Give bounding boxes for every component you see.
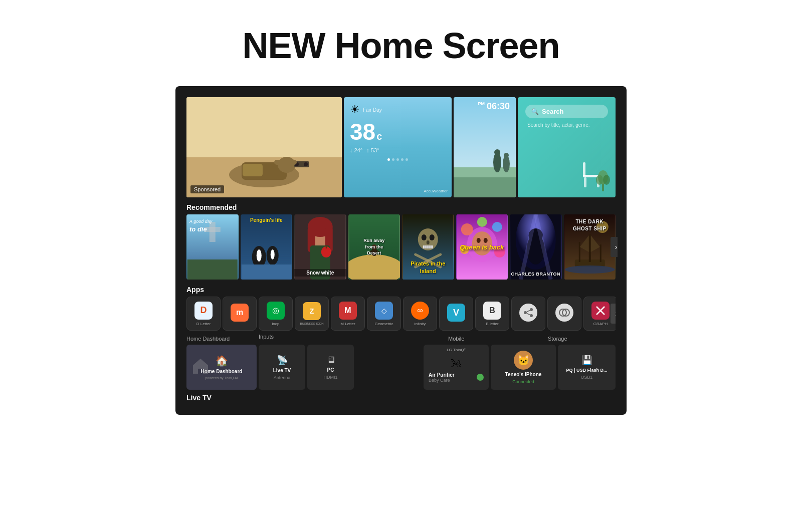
rec-item-good-day[interactable]: A good dayto die [186, 214, 239, 280]
svg-point-70 [477, 217, 487, 227]
svg-rect-21 [583, 162, 585, 176]
air-purifier-lg-thinq-label: LG ThinQ° [424, 348, 489, 352]
app-loop-icon: ◎ [267, 302, 285, 320]
app-circles[interactable] [547, 297, 581, 331]
search-bar[interactable]: 🔍 Search [525, 105, 608, 118]
app-geometric-icon: ◇ [375, 302, 393, 320]
weather-high: ↑ 53° [366, 147, 379, 153]
home-dashboard-bg-icon [190, 356, 211, 378]
svg-rect-10 [274, 160, 297, 165]
apps-scroll-arrow[interactable]: › [611, 304, 616, 324]
usb-storage-item[interactable]: 💾 PQ | USB Flash D... USB1 [558, 345, 616, 390]
usb-sublabel: USB1 [581, 375, 593, 380]
home-dashboard-icon: 🏠 [216, 355, 228, 367]
recommended-row: A good dayto die [186, 214, 616, 280]
app-share[interactable] [511, 297, 545, 331]
storage-group-title: Storage [548, 336, 567, 342]
app-infinity[interactable]: ∞ infinity [403, 297, 437, 331]
air-purifier-item[interactable]: LG ThinQ° 🌬 Air Purifier Baby Care [424, 345, 489, 390]
iphone-status: Connected [512, 379, 534, 384]
svg-point-16 [503, 155, 510, 172]
rec-item-charles[interactable]: CHARLES BRANTON [510, 214, 562, 280]
sponsored-image-icon [186, 97, 342, 197]
app-b-letter-label: B letter [486, 322, 498, 326]
svg-rect-19 [584, 177, 586, 187]
air-purifier-label: Air Purifier [429, 372, 455, 378]
app-share-icon [519, 304, 537, 322]
rec-item-snow-white[interactable]: Snow white [294, 214, 346, 280]
carousel-dot-2[interactable] [392, 158, 394, 161]
pc-sublabel: HDMI1 [323, 375, 337, 380]
app-d-letter[interactable]: D D Letter [186, 297, 221, 331]
app-v[interactable]: V [439, 297, 473, 331]
air-purifier-status-dot [477, 374, 484, 381]
weather-widget[interactable]: ☀ Fair Day 38 c ↓ 24° ↑ 53° [344, 97, 452, 197]
svg-rect-2 [186, 97, 342, 157]
live-tv-antenna-item[interactable]: 📡 Live TV Antenna [259, 345, 305, 390]
app-loop[interactable]: ◎ loop [259, 297, 293, 331]
svg-point-47 [348, 254, 400, 280]
svg-rect-84 [599, 244, 601, 262]
svg-point-24 [596, 175, 603, 185]
weather-low: ↓ 24° [350, 147, 362, 153]
svg-rect-29 [187, 259, 238, 280]
app-circles-icon [555, 304, 573, 322]
svg-point-90 [524, 311, 527, 314]
carousel-dot-3[interactable] [396, 158, 399, 161]
recommended-label: Recommended [186, 199, 616, 214]
hero-search-panel[interactable]: 🔍 Search Search by title, actor, genre. [518, 97, 616, 197]
app-geometric[interactable]: ◇ Geometric [367, 297, 401, 331]
svg-rect-57 [423, 245, 433, 248]
rec-item-desert[interactable]: Run awayfrom theDesert [348, 214, 400, 280]
hero-landscape-panel[interactable]: PM 06:30 [454, 97, 516, 197]
svg-rect-82 [588, 234, 590, 262]
app-business[interactable]: Z BUSINESS ICON [295, 297, 329, 331]
rec-title-good-day: A good dayto die [189, 218, 212, 234]
pc-label: PC [327, 367, 334, 373]
iphone-item[interactable]: 🐱 Teneo's iPhone Connected [491, 345, 556, 390]
weather-unit: c [376, 131, 382, 142]
air-purifier-icon: 🌬 [451, 357, 462, 370]
pc-hdmi-item[interactable]: 🖥 PC HDMI1 [307, 345, 354, 390]
hero-main-panel[interactable]: Sponsored [186, 97, 342, 197]
accuweather-logo: AccuWeather [424, 189, 448, 193]
svg-line-93 [527, 314, 530, 315]
live-tv-antenna-icon: 📡 [277, 355, 288, 366]
usb-label: PQ | USB Flash D... [566, 368, 607, 373]
app-m-letter[interactable]: M M Letter [331, 297, 365, 331]
rec-item-dark-ghost[interactable]: THE DARKGHOST SHIP [564, 214, 616, 280]
svg-point-73 [483, 238, 487, 243]
rec-item-pirates[interactable]: Pirates in theIsland [402, 214, 454, 280]
carousel-dot-4[interactable] [401, 158, 404, 161]
iphone-label: Teneo's iPhone [505, 372, 542, 377]
time-value: 06:30 [487, 101, 510, 111]
app-b-letter[interactable]: B B letter [475, 297, 509, 331]
apps-label: Apps [186, 282, 616, 297]
svg-point-88 [564, 265, 615, 274]
carousel-dot-1[interactable] [387, 158, 390, 161]
page-title: NEW Home Screen [0, 0, 802, 86]
svg-point-25 [603, 175, 610, 185]
scroll-right-arrow[interactable]: › [611, 237, 618, 257]
app-d-letter-label: D Letter [196, 322, 211, 326]
svg-point-17 [504, 153, 509, 158]
rec-item-queen[interactable]: Queen is back [456, 214, 508, 280]
svg-point-72 [476, 238, 480, 243]
home-dashboard-item[interactable]: 🏠 Home Dashboard powered by ThinQ AI [186, 345, 257, 390]
svg-point-15 [494, 149, 500, 155]
search-icon: 🔍 [531, 108, 539, 115]
rec-item-penguins[interactable]: Penguin's life [241, 214, 293, 280]
home-dashboard-group-title: Home Dashboard [186, 336, 230, 342]
rec-item-7-bg [510, 214, 562, 280]
air-purifier-sublabel: Baby Care [429, 378, 455, 383]
carousel-dot-5[interactable] [406, 158, 408, 161]
app-m-orange-icon: m [231, 304, 249, 322]
iphone-avatar: 🐱 [514, 351, 533, 370]
pc-hdmi-icon: 🖥 [326, 355, 335, 365]
tv-frame: Sponsored ☀ Fair Day 38 c ↓ 24° ↑ 53° [175, 86, 627, 415]
sponsored-badge: Sponsored [190, 185, 224, 193]
svg-point-33 [256, 249, 261, 261]
app-m-orange[interactable]: m [223, 297, 257, 331]
live-tv-label: Live TV [273, 368, 291, 373]
search-label: Search [542, 108, 563, 115]
